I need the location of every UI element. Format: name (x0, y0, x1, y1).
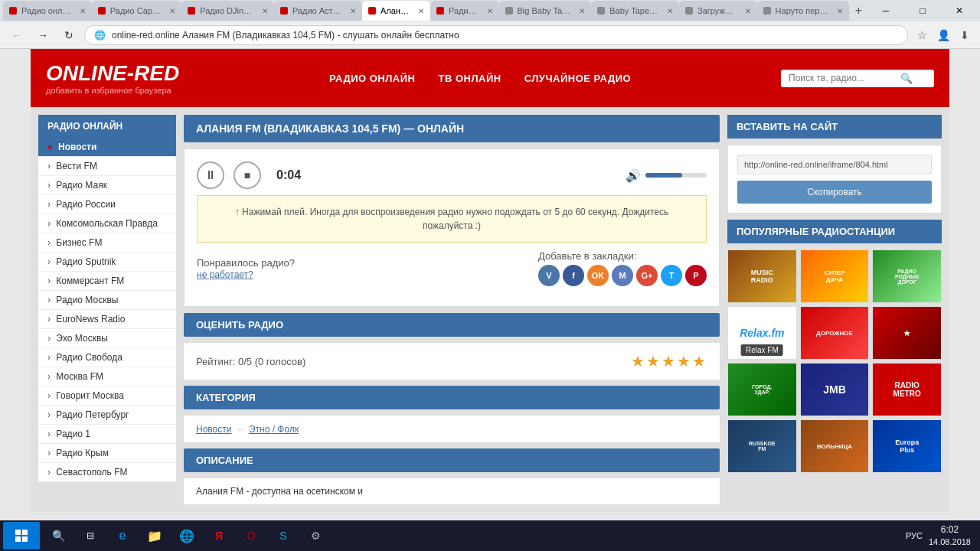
tab-radio-6[interactable]: Радио-3 ✕ (430, 1, 498, 21)
tab-загружено[interactable]: Загружено ✕ (679, 1, 757, 21)
minimize-button[interactable]: ─ (868, 0, 903, 21)
tab-label: Радио Саро... (110, 6, 162, 15)
tab-radio-3[interactable]: Радио DJin Г... ✕ (181, 1, 274, 21)
radio-logo-zvezda[interactable]: ★ (872, 306, 942, 360)
tab-favicon (98, 7, 106, 15)
search-box[interactable]: 🔍 (781, 70, 934, 87)
taskbar-yandex-icon[interactable]: Я (204, 522, 234, 549)
sidebar-item-radio1[interactable]: › Радио 1 (38, 425, 176, 444)
tab-alania[interactable]: Алани... ✕ (362, 1, 430, 21)
back-button[interactable]: ← (6, 24, 28, 46)
tab-close-10[interactable]: ✕ (837, 7, 843, 15)
radio-logo-metro[interactable]: RADIOMETRO (872, 363, 942, 416)
nav-tv-online[interactable]: ТВ ОНЛАЙН (438, 73, 501, 84)
sidebar-item-krym[interactable]: › Радио Крым (38, 444, 176, 463)
radio-logo-rodnydorog[interactable]: РАДИОРОДНЫХДОРОГ (872, 249, 942, 303)
tab-radio-2[interactable]: Радио Саро... ✕ (92, 1, 181, 21)
sidebar-item-govoritmosk[interactable]: › Говорит Москва (38, 386, 176, 406)
sidebar-item-mayak[interactable]: › Радио Маяк (38, 176, 176, 195)
radio-logo-jmb[interactable]: JMB (800, 363, 870, 416)
tab-close-8[interactable]: ✕ (667, 7, 673, 15)
rating-row: Рейтинг: 0/5 (0 голосов) ★★★★★ (184, 343, 720, 380)
tab-favicon (685, 7, 693, 15)
taskbar-opera-icon[interactable]: O (236, 522, 266, 549)
tab-label: Радио-3 (449, 6, 479, 15)
sidebar-item-svoboda[interactable]: › Радио Свобода (38, 348, 176, 367)
sidebar-item-novosti[interactable]: » Новости (38, 138, 176, 157)
close-button[interactable]: ✕ (942, 0, 977, 21)
tab-close-3[interactable]: ✕ (262, 7, 268, 15)
category-etno[interactable]: Этно / Фолк (249, 424, 299, 435)
twitter-button[interactable]: T (661, 265, 682, 286)
stop-button[interactable]: ■ (234, 161, 261, 189)
facebook-button[interactable]: f (563, 265, 584, 286)
sidebar-item-moskva-fm[interactable]: › Москва FM (38, 367, 176, 386)
radio-logo-dorozhnoe[interactable]: ДОРОЖНОЕ (800, 306, 870, 360)
sidebar-item-ekho[interactable]: › Эхо Москвы (38, 329, 176, 348)
bookmark-star-icon[interactable]: ☆ (913, 26, 931, 44)
tab-label: Радио DJin Г... (200, 6, 254, 15)
category-novosti[interactable]: Новости (196, 424, 231, 435)
maximize-button[interactable]: □ (905, 0, 940, 21)
nav-random-radio[interactable]: СЛУЧАЙНОЕ РАДИО (524, 73, 632, 84)
tab-close-6[interactable]: ✕ (487, 7, 493, 15)
tab-close-4[interactable]: ✕ (350, 7, 356, 15)
odnoklassniki-button[interactable]: OK (587, 265, 609, 286)
sidebar-item-rossii[interactable]: › Радио России (38, 195, 176, 214)
star-rating[interactable]: ★★★★★ (631, 352, 707, 370)
refresh-button[interactable]: ↻ (58, 24, 80, 46)
taskbar-taskview-icon[interactable]: ⊟ (75, 522, 106, 549)
taskbar-skype-icon[interactable]: S (268, 522, 299, 549)
tab-naruto[interactable]: Наруто пере... ✕ (757, 1, 849, 21)
sidebar-item-vesti[interactable]: › Вести FM (38, 157, 176, 176)
radio-logo-volnoe[interactable]: ВОЛЬНИЦА (800, 419, 870, 473)
taskbar-steam-icon[interactable]: ⚙ (300, 522, 331, 549)
radio-logo-europa[interactable]: EuropaPlus (872, 419, 942, 473)
sidebar-item-sputnik[interactable]: › Радио Sputnik (38, 253, 176, 272)
tab-close-5[interactable]: ✕ (418, 7, 424, 15)
tab-close-2[interactable]: ✕ (169, 7, 175, 15)
search-input[interactable] (789, 73, 896, 83)
embed-header: ВСТАВИТЬ НА САЙТ (727, 115, 942, 139)
download-icon[interactable]: ⬇ (956, 26, 974, 44)
sidebar-item-komsomolskaya[interactable]: › Комсомольская Правда (38, 214, 176, 233)
pinterest-button[interactable]: P (685, 265, 707, 286)
pause-button[interactable]: ⏸ (197, 161, 224, 189)
tab-radio-1[interactable]: Радио онла... ✕ (3, 1, 92, 21)
radio-logo-music[interactable]: MUSICRADIO (727, 249, 797, 303)
taskbar-search-icon[interactable]: 🔍 (43, 522, 74, 549)
radio-logo-superdacha[interactable]: СУПЕРДАЧА (800, 249, 870, 303)
site-logo[interactable]: ONLINE-RED добавить в избранное браузера (46, 61, 179, 95)
sidebar-item-biznes[interactable]: › Бизнес FM (38, 233, 176, 253)
tab-radio-4[interactable]: Радио Астр... ✕ (274, 1, 362, 21)
copy-button[interactable]: Скопировать (737, 181, 932, 204)
sidebar-item-sevastopol[interactable]: › Севастополь FM (38, 463, 176, 482)
volume-icon[interactable]: 🔊 (626, 168, 641, 183)
tab-close-1[interactable]: ✕ (80, 7, 86, 15)
taskbar-explorer-icon[interactable]: 📁 (139, 522, 170, 549)
sidebar-item-euronews[interactable]: › EuroNews Radio (38, 310, 176, 329)
sidebar-item-kommersant[interactable]: › Коммерсант FM (38, 272, 176, 291)
taskbar-ie-icon[interactable]: e (107, 522, 138, 549)
address-bar[interactable]: 🌐 online-red.online Алания FM (Владикавк… (84, 25, 908, 45)
google-button[interactable]: G+ (636, 265, 658, 286)
start-button[interactable] (3, 522, 40, 549)
vk-button[interactable]: V (538, 265, 560, 286)
forward-button[interactable]: → (32, 24, 54, 46)
volume-bar[interactable] (645, 173, 707, 178)
not-working-link[interactable]: не работает? (197, 269, 253, 280)
radio-logo-relax[interactable]: Relax.fm Relax FM (727, 306, 797, 360)
radio-logo-russkoe[interactable]: RUSSKOEFM (727, 419, 797, 473)
tab-close-9[interactable]: ✕ (745, 7, 751, 15)
tab-big-baby[interactable]: Big Baby Tap... ✕ (499, 1, 592, 21)
tab-baby-tape[interactable]: Baby Tape -... ✕ (591, 1, 679, 21)
sidebar-item-moskvy[interactable]: › Радио Москвы (38, 291, 176, 310)
new-tab-button[interactable]: + (849, 4, 868, 18)
sidebar-item-peterburg[interactable]: › Радио Петербург (38, 406, 176, 425)
radio-logo-udarovoe[interactable]: ГОРОД.УДАР. (727, 363, 797, 416)
tab-close-7[interactable]: ✕ (579, 7, 585, 15)
taskbar-chrome-icon[interactable]: 🌐 (172, 522, 202, 549)
nav-radio-online[interactable]: РАДИО ОНЛАЙН (329, 73, 415, 84)
moi-mir-button[interactable]: M (612, 265, 633, 286)
profile-icon[interactable]: 👤 (934, 26, 952, 44)
